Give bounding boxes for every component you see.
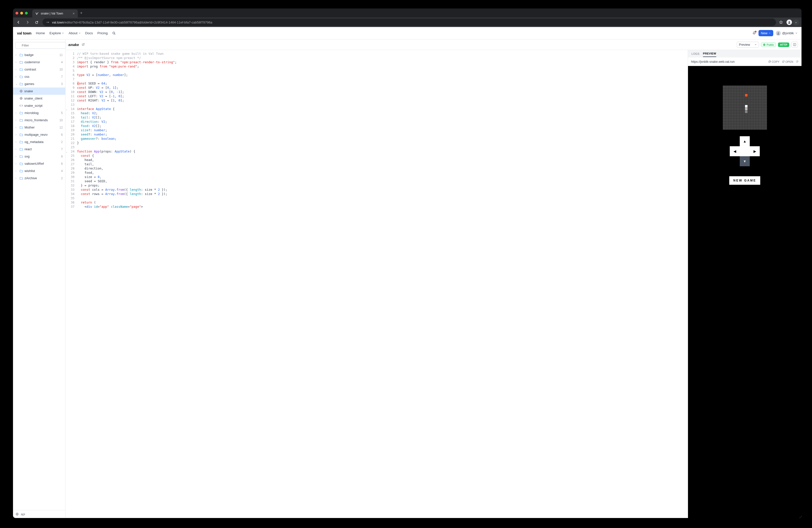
folder-count: 3 <box>61 82 63 86</box>
nav-home[interactable]: Home <box>36 31 45 35</box>
folder-label: micro_frontends <box>25 118 48 122</box>
folder-contrast[interactable]: ›contrast10 <box>13 66 65 73</box>
folder-count: 6 <box>61 162 63 165</box>
chevron-icon: › <box>15 177 18 179</box>
folder-label: og_metadata <box>25 140 44 144</box>
folder-microblog[interactable]: ›microblog5 <box>13 109 65 117</box>
folder-react[interactable]: ›react7 <box>13 146 65 153</box>
folder-icon <box>19 75 23 78</box>
folder-games[interactable]: ⌄games3 <box>13 80 65 88</box>
maximize-window-button[interactable] <box>25 12 28 15</box>
minimize-window-button[interactable] <box>20 12 23 15</box>
folder-label: css <box>25 75 29 78</box>
tab-title: snake | Val Town <box>41 12 63 15</box>
folder-wishlist[interactable]: ›wishlist4 <box>13 167 65 175</box>
back-button[interactable] <box>15 19 21 25</box>
nav-pricing[interactable]: Pricing <box>97 31 107 35</box>
chevron-icon: › <box>15 133 18 136</box>
chevron-icon: › <box>15 75 18 78</box>
browser-tab-bar: snake | Val Town × + <box>13 9 342 17</box>
folder-label: multipage_resrv <box>25 133 48 136</box>
new-tab-button[interactable]: + <box>80 11 83 15</box>
folder-og_metadata[interactable]: ›og_metadata2 <box>13 138 65 146</box>
folder-icon <box>19 126 23 129</box>
folder-label: react <box>25 147 32 151</box>
code-editor[interactable]: 1234567891011121314⌄15161718192021222324… <box>66 50 342 222</box>
folder-codemirror[interactable]: ›codemirror4 <box>13 59 65 66</box>
file-snake_client[interactable]: snake_client <box>13 95 65 102</box>
browser-tab[interactable]: snake | Val Town × <box>32 10 78 17</box>
folder-label: svg <box>25 155 29 158</box>
folder-label: contrast <box>25 68 36 71</box>
chevron-icon: › <box>15 126 18 129</box>
chevron-icon: › <box>15 112 18 114</box>
header-search-icon[interactable] <box>112 31 116 35</box>
folder-count: 7 <box>61 147 63 151</box>
nav-explore[interactable]: Explore <box>49 31 64 35</box>
app-header: val town Home Explore About Docs Pricing… <box>13 27 342 40</box>
folder-count: 12 <box>59 126 63 129</box>
folder-icon <box>19 53 23 57</box>
external-link-icon[interactable] <box>82 43 85 46</box>
folder-icon <box>19 68 23 71</box>
sidebar: + ›badge11›codemirror4›contrast10›css7⌄g… <box>13 40 66 222</box>
folder-svg[interactable]: ›svg8 <box>13 153 65 160</box>
file-header: snake Preview Public HTTP <box>66 40 342 50</box>
folder-count: 10 <box>59 118 63 122</box>
folder-label: badge <box>25 53 33 57</box>
folder-icon <box>19 118 23 122</box>
filter-input[interactable] <box>15 42 66 49</box>
chevron-icon: › <box>15 170 18 172</box>
url-bar[interactable]: val.town/editor?id=676c8a2a-13d7-11ef-9e… <box>43 18 342 26</box>
folder-zArchive[interactable]: ›zArchive2 <box>13 175 65 182</box>
valtown-favicon-icon <box>35 12 39 15</box>
nav-about[interactable]: About <box>69 31 81 35</box>
folder-label: wishlist <box>25 169 35 173</box>
folder-count: 4 <box>61 169 63 173</box>
folder-label: games <box>25 82 34 86</box>
folder-count: 2 <box>61 140 63 144</box>
folder-count: 11 <box>59 53 63 57</box>
folder-icon <box>19 176 23 180</box>
site-info-icon[interactable] <box>46 20 49 24</box>
folder-valtownUIRef[interactable]: ›valtownUIRef6 <box>13 160 65 167</box>
folder-Mother[interactable]: ›Mother12 <box>13 124 65 131</box>
file-title: snake <box>69 43 79 47</box>
logo[interactable]: val town <box>17 31 31 35</box>
file-label: snake_client <box>24 97 42 100</box>
folder-count: 5 <box>61 111 63 115</box>
folder-micro_frontends[interactable]: ›micro_frontends10 <box>13 117 65 124</box>
folder-count: 10 <box>59 68 63 71</box>
chevron-icon: › <box>15 61 18 63</box>
folder-icon <box>19 133 23 136</box>
reload-button[interactable] <box>33 19 40 25</box>
folder-icon <box>19 111 23 115</box>
file-snake[interactable]: snake <box>13 88 65 95</box>
folder-count: 7 <box>61 75 63 78</box>
folder-label: valtownUIRef <box>25 162 44 165</box>
browser-toolbar: val.town/editor?id=676c8a2a-13d7-11ef-9e… <box>13 17 342 27</box>
close-tab-button[interactable]: × <box>72 12 74 15</box>
close-window-button[interactable] <box>15 12 18 15</box>
chevron-icon: ⌄ <box>15 83 18 85</box>
folder-badge[interactable]: ›badge11 <box>13 51 65 59</box>
chevron-icon: › <box>15 54 18 56</box>
chevron-icon: › <box>15 68 18 71</box>
file-snake_script[interactable]: snake_script <box>13 102 65 109</box>
folder-icon <box>19 155 23 158</box>
folder-icon <box>19 140 23 144</box>
svg-rect-1 <box>48 22 49 23</box>
folder-multipage_resrv[interactable]: ›multipage_resrv6 <box>13 131 65 138</box>
folder-count: 6 <box>61 133 63 136</box>
folder-icon <box>19 60 23 64</box>
nav-docs[interactable]: Docs <box>85 31 93 35</box>
folder-css[interactable]: ›css7 <box>13 73 65 80</box>
forward-button[interactable] <box>25 19 30 25</box>
folder-label: codemirror <box>25 60 40 64</box>
chevron-icon: › <box>15 141 18 143</box>
chevron-icon: › <box>15 162 18 165</box>
svg-point-6 <box>113 32 115 34</box>
globe-icon <box>19 97 23 100</box>
folder-icon <box>19 169 23 173</box>
chevron-icon: › <box>15 148 18 150</box>
